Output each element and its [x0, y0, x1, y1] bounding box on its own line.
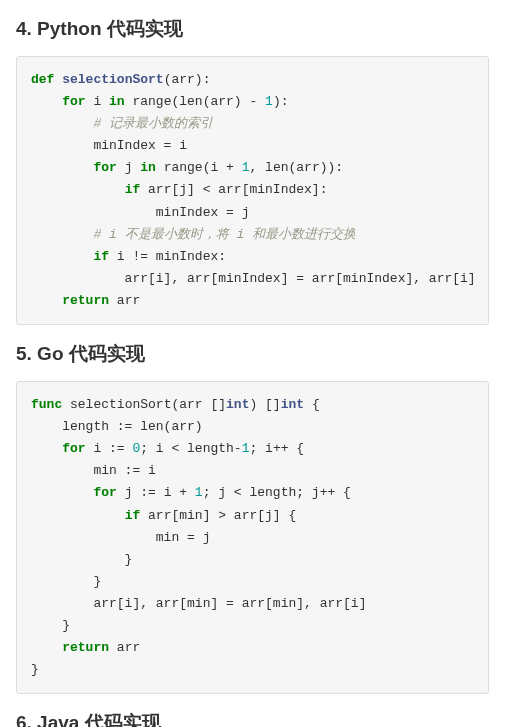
go-code-block: func selectionSort(arr []int) []int { le… — [16, 381, 489, 694]
comment: # i 不是最小数时，将 i 和最小数进行交换 — [93, 227, 356, 242]
code-text: range(len(arr) - — [125, 94, 265, 109]
kw-return: return — [62, 640, 109, 655]
kw-for: for — [93, 485, 116, 500]
code-text — [31, 485, 93, 500]
kw-return: return — [62, 293, 109, 308]
code-text — [31, 640, 62, 655]
code-text: min := i — [31, 463, 156, 478]
code-text: arr — [109, 640, 140, 655]
num: 1 — [265, 94, 273, 109]
code-text — [31, 160, 93, 175]
kw-if: if — [125, 508, 141, 523]
kw-for: for — [62, 441, 85, 456]
code-text: arr[j] < arr[minIndex]: — [140, 182, 327, 197]
code-text: { — [304, 397, 320, 412]
code-text: min = j — [31, 530, 210, 545]
code-text: arr[min] > arr[j] { — [140, 508, 296, 523]
type-int: int — [281, 397, 304, 412]
kw-for: for — [93, 160, 116, 175]
type-int: int — [226, 397, 249, 412]
code-text: minIndex = j — [31, 205, 249, 220]
kw-if: if — [125, 182, 141, 197]
code-text: ) [] — [249, 397, 280, 412]
code-text: } — [31, 574, 101, 589]
code-text: arr — [109, 293, 140, 308]
comment: # 记录最小数的索引 — [93, 116, 213, 131]
code-text: minIndex = i — [31, 138, 187, 153]
code-text: i != minIndex: — [109, 249, 226, 264]
num: 1 — [195, 485, 203, 500]
code-text: } — [31, 552, 132, 567]
code-text: , len(arr)): — [249, 160, 343, 175]
code-text: arr[i], arr[min] = arr[min], arr[i] — [31, 596, 366, 611]
kw-in: in — [109, 94, 125, 109]
python-heading: 4. Python 代码实现 — [16, 16, 489, 42]
code-text — [31, 94, 62, 109]
code-text — [31, 249, 93, 264]
code-text — [31, 441, 62, 456]
code-text: i — [86, 94, 109, 109]
code-text: length := len(arr) — [31, 419, 203, 434]
code-text: ; i < length- — [140, 441, 241, 456]
code-text: j := i + — [117, 485, 195, 500]
kw-for: for — [62, 94, 85, 109]
code-text: arr[i], arr[minIndex] = arr[minIndex], a… — [31, 271, 476, 286]
kw-if: if — [93, 249, 109, 264]
code-text — [31, 182, 125, 197]
kw-func: func — [31, 397, 62, 412]
fn-name: selectionSort — [62, 72, 163, 87]
code-text — [31, 116, 93, 131]
code-text: (arr): — [164, 72, 211, 87]
kw-def: def — [31, 72, 54, 87]
code-text — [31, 293, 62, 308]
code-text: ): — [273, 94, 289, 109]
kw-in: in — [140, 160, 156, 175]
code-text: ; j < length; j++ { — [203, 485, 351, 500]
code-text: i := — [86, 441, 133, 456]
code-text: j — [117, 160, 140, 175]
code-text: } — [31, 618, 70, 633]
code-text — [31, 508, 125, 523]
code-text — [31, 227, 93, 242]
code-text: selectionSort(arr [] — [62, 397, 226, 412]
code-text: ; i++ { — [249, 441, 304, 456]
python-code-block: def selectionSort(arr): for i in range(l… — [16, 56, 489, 325]
code-text: range(i + — [156, 160, 242, 175]
java-heading: 6. Java 代码实现 — [16, 710, 489, 727]
code-text: } — [31, 662, 39, 677]
go-heading: 5. Go 代码实现 — [16, 341, 489, 367]
